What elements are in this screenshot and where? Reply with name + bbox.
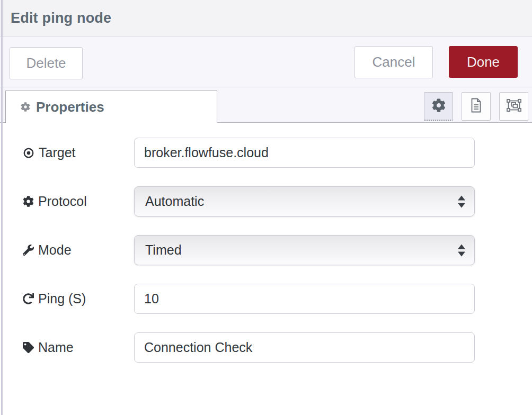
form-row-mode: Mode Timed bbox=[0, 235, 532, 265]
cancel-button[interactable]: Cancel bbox=[354, 46, 433, 78]
form-row-name: Name bbox=[0, 332, 532, 363]
tab-button-properties[interactable] bbox=[424, 92, 453, 121]
name-label: Name bbox=[23, 340, 134, 355]
dialog-button-bar: Delete Cancel Done bbox=[0, 37, 532, 87]
protocol-select[interactable]: Automatic bbox=[134, 186, 475, 216]
mode-select[interactable]: Timed bbox=[134, 235, 475, 265]
gear-icon bbox=[21, 102, 30, 112]
delete-button[interactable]: Delete bbox=[10, 47, 83, 79]
edit-node-dialog: Edit ping node Delete Cancel Done Proper… bbox=[0, 0, 532, 415]
dialog-header: Edit ping node bbox=[0, 0, 532, 37]
ping-label-text: Ping (S) bbox=[38, 291, 86, 306]
dialog-title: Edit ping node bbox=[11, 10, 111, 26]
gear-icon bbox=[23, 196, 34, 207]
protocol-selected-value: Automatic bbox=[145, 194, 204, 209]
ping-label: Ping (S) bbox=[23, 291, 134, 306]
refresh-icon bbox=[23, 293, 34, 304]
object-group-icon bbox=[507, 98, 521, 115]
gear-icon bbox=[432, 98, 446, 114]
target-label: Target bbox=[23, 145, 134, 160]
editor-tab-buttons bbox=[424, 92, 528, 121]
form-row-ping: Ping (S) bbox=[0, 284, 532, 314]
form-row-protocol: Protocol Automatic bbox=[0, 186, 532, 216]
document-icon bbox=[469, 98, 483, 115]
target-input[interactable] bbox=[134, 138, 475, 168]
name-label-text: Name bbox=[38, 340, 74, 355]
done-button[interactable]: Done bbox=[449, 46, 518, 78]
select-arrows-icon bbox=[458, 244, 465, 256]
ping-interval-input[interactable] bbox=[134, 284, 475, 314]
tab-properties[interactable]: Properties bbox=[5, 91, 217, 123]
protocol-label: Protocol bbox=[23, 194, 134, 209]
tag-icon bbox=[23, 342, 34, 353]
tab-button-appearance[interactable] bbox=[499, 92, 528, 121]
mode-label: Mode bbox=[23, 242, 134, 258]
properties-form: Target Protocol Automatic bbox=[0, 123, 532, 363]
editor-tab-bar: Properties bbox=[0, 87, 532, 123]
protocol-label-text: Protocol bbox=[38, 194, 87, 209]
name-input[interactable] bbox=[134, 332, 475, 363]
tab-button-description[interactable] bbox=[462, 92, 491, 121]
mode-selected-value: Timed bbox=[145, 242, 182, 258]
dialog-left-edge bbox=[1, 0, 3, 415]
target-label-text: Target bbox=[39, 145, 75, 160]
form-row-target: Target bbox=[0, 138, 532, 168]
tab-properties-label: Properties bbox=[36, 99, 104, 115]
target-icon bbox=[23, 147, 34, 159]
mode-label-text: Mode bbox=[38, 242, 72, 258]
wrench-icon bbox=[23, 245, 34, 256]
select-arrows-icon bbox=[458, 195, 465, 208]
